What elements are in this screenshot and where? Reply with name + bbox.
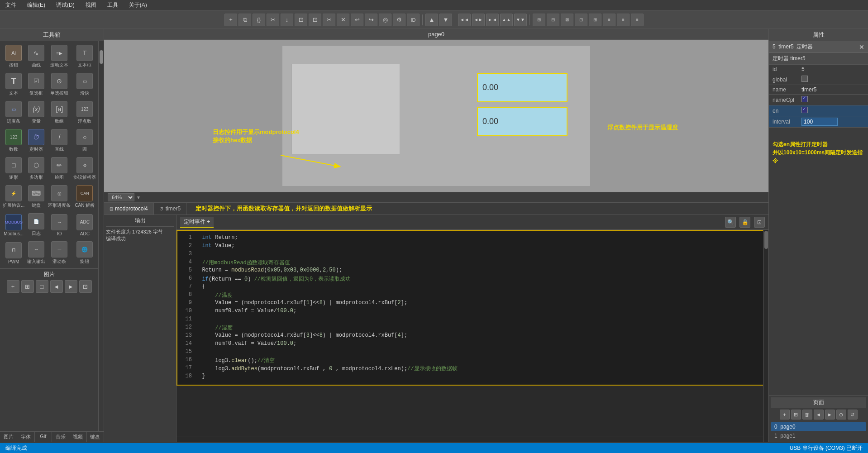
code-scrollbar[interactable] <box>763 230 768 442</box>
pages-prev-btn[interactable]: ◄ <box>814 410 824 420</box>
tab-modprotocol4[interactable]: ⊡ modprotocol4 <box>104 203 154 215</box>
tab-keyboard[interactable]: 键盘 <box>87 432 104 442</box>
tool-log[interactable]: 📄 日志 <box>26 211 46 238</box>
toolbar-b2[interactable]: ◄► <box>472 14 485 26</box>
code-hscrollbar[interactable] <box>176 437 763 442</box>
toolbar-align5[interactable]: ⊞ <box>589 14 601 26</box>
tool-curve[interactable]: ∿ 曲线 <box>26 43 46 70</box>
tool-number[interactable]: 123 数数 <box>2 127 25 154</box>
img-add-btn[interactable]: + <box>7 280 19 293</box>
zoom-select[interactable]: 64% 100% 50% <box>108 193 134 201</box>
tab-images[interactable]: 图片 <box>0 432 17 442</box>
tool-slider[interactable]: ▭ 滑快 <box>72 71 97 98</box>
code-scrollbar-thumb[interactable] <box>764 231 768 249</box>
toolbar-delete[interactable]: ✕ <box>337 14 349 26</box>
tool-timer[interactable]: ⏱ 定时器 <box>26 127 46 154</box>
pages-next-btn[interactable]: ► <box>825 410 835 420</box>
pages-add-btn[interactable]: + <box>780 410 790 420</box>
toolbar-down[interactable]: ▼ <box>439 14 452 26</box>
tool-ring-progress[interactable]: ◎ 环形进度条 <box>47 183 72 210</box>
pages-copy-btn[interactable]: ⊞ <box>791 410 801 420</box>
img-delete-btn[interactable]: □ <box>36 280 48 293</box>
checkbox-en[interactable] <box>801 107 808 113</box>
tab-gif[interactable]: Gif <box>35 432 52 442</box>
code-editor[interactable]: 1 int Return; 2 int Value; 3 4 <box>176 230 768 386</box>
prop-value-global[interactable] <box>798 74 868 85</box>
toolbar-compile[interactable]: ⊡ <box>295 14 307 26</box>
tool-scroll-text[interactable]: ≡▶ 滚动文本 <box>47 43 72 70</box>
tool-knob[interactable]: 🌐 旋钮 <box>72 239 97 267</box>
toolbar-align7[interactable]: ≡ <box>617 14 630 26</box>
toolbar-code[interactable]: {} <box>253 14 265 26</box>
tool-circle[interactable]: ○ 圆 <box>72 127 97 154</box>
tool-float[interactable]: 123 浮点数 <box>72 99 97 126</box>
toolbar-add[interactable]: + <box>224 14 237 26</box>
pages-delete-btn[interactable]: 🗑 <box>802 410 812 420</box>
toolbar-align2[interactable]: ⊟ <box>547 14 559 26</box>
tool-slidetrack[interactable]: ═ 滑动条 <box>47 239 72 267</box>
toolbar-undo[interactable]: ↩ <box>351 14 363 26</box>
tool-adc[interactable]: ADC ADC <box>72 211 97 238</box>
tool-line[interactable]: / 直线 <box>47 127 72 154</box>
toolbar-id[interactable]: ID <box>407 14 420 26</box>
tool-io[interactable]: → IO <box>47 211 72 238</box>
prop-value-en[interactable] <box>798 105 868 116</box>
widget-float-temp[interactable]: 0.00 <box>477 73 568 102</box>
widget-log[interactable] <box>291 64 400 154</box>
toolbar-preview[interactable]: ◎ <box>379 14 391 26</box>
toolbar-download[interactable]: ↓ <box>281 14 293 26</box>
scrollbar-thumb[interactable] <box>100 50 103 64</box>
tab-video[interactable]: 视频 <box>69 432 86 442</box>
event-lock-btn[interactable]: 🔒 <box>739 217 750 228</box>
menu-view[interactable]: 视图 <box>84 0 98 10</box>
toolbar-cut[interactable]: ✂ <box>267 14 279 26</box>
toolbar-copy[interactable]: ⧉ <box>238 14 251 26</box>
event-tab-timer[interactable]: 定时事件 + <box>180 217 214 228</box>
menu-about[interactable]: 关于(A) <box>127 0 149 10</box>
tool-pwm[interactable]: ⊓ PWM <box>2 239 25 267</box>
tool-modbus[interactable]: MODBUS Modbus... <box>2 211 25 238</box>
toolbar-b5[interactable]: ▼▼ <box>514 14 527 26</box>
tool-polygon[interactable]: ⬡ 多边形 <box>26 155 46 182</box>
tool-text[interactable]: T 文本 <box>2 71 25 98</box>
toolbox-scrollbar[interactable] <box>98 41 104 431</box>
toolbar-align4[interactable]: ⊡ <box>575 14 587 26</box>
toolbar-align6[interactable]: ≡ <box>603 14 615 26</box>
toolbar-redo[interactable]: ↪ <box>365 14 377 26</box>
pages-refresh-btn[interactable]: ⊙ <box>836 410 846 420</box>
tool-draw[interactable]: ✏ 绘图 <box>47 155 72 182</box>
props-close-btn[interactable]: ✕ <box>859 43 864 51</box>
tool-ext-protocol[interactable]: ⚡ 扩展协议... <box>2 183 25 210</box>
tool-protocol[interactable]: ⚙ 协议解析器 <box>72 155 97 182</box>
img-view-btn[interactable]: ⊡ <box>79 280 92 293</box>
img-prev-btn[interactable]: ◄ <box>50 280 63 293</box>
tool-radio[interactable]: ⊙ 单选按钮 <box>47 71 72 98</box>
img-grid-btn[interactable]: ⊞ <box>21 280 34 293</box>
page-item-0[interactable]: 0 page0 <box>771 422 866 431</box>
tool-button[interactable]: Ai 按钮 <box>2 43 25 70</box>
toolbar-b1[interactable]: ◄◄ <box>458 14 471 26</box>
tool-array[interactable]: [a] 数组 <box>47 99 72 126</box>
img-next-btn[interactable]: ► <box>65 280 77 293</box>
toolbar-b4[interactable]: ▲▲ <box>500 14 513 26</box>
toolbar-settings[interactable]: ⚙ <box>393 14 405 26</box>
tool-checkbox[interactable]: ☑ 复选框 <box>26 71 46 98</box>
menu-file[interactable]: 文件 <box>4 0 18 10</box>
toolbar-align8[interactable]: ≡ <box>631 14 644 26</box>
toolbar-b3[interactable]: ►◄ <box>486 14 499 26</box>
menu-tools[interactable]: 工具 <box>105 0 120 10</box>
tab-font[interactable]: 字体 <box>17 432 34 442</box>
tab-timer5[interactable]: ⏱ timer5 <box>154 203 186 215</box>
menu-debug[interactable]: 调试(D) <box>54 0 76 10</box>
tool-variable[interactable]: (x) 变量 <box>26 99 46 126</box>
page-item-1[interactable]: 1 page1 <box>771 431 866 440</box>
toolbar-run[interactable]: ⊡ <box>309 14 321 26</box>
tool-can[interactable]: CAN CAN 解析 <box>72 183 97 210</box>
tool-rect[interactable]: □ 矩形 <box>2 155 25 182</box>
tool-textbox[interactable]: T 文本框 <box>72 43 97 70</box>
tool-progress[interactable]: ▭ 进度条 <box>2 99 25 126</box>
prop-value-namecpl[interactable] <box>798 95 868 105</box>
canvas-inner[interactable]: 0.00 0.00 <box>282 46 590 186</box>
tool-inout[interactable]: ↔ 输入输出 <box>26 239 46 267</box>
tool-keyboard[interactable]: ⌨ 键盘 <box>26 183 46 210</box>
